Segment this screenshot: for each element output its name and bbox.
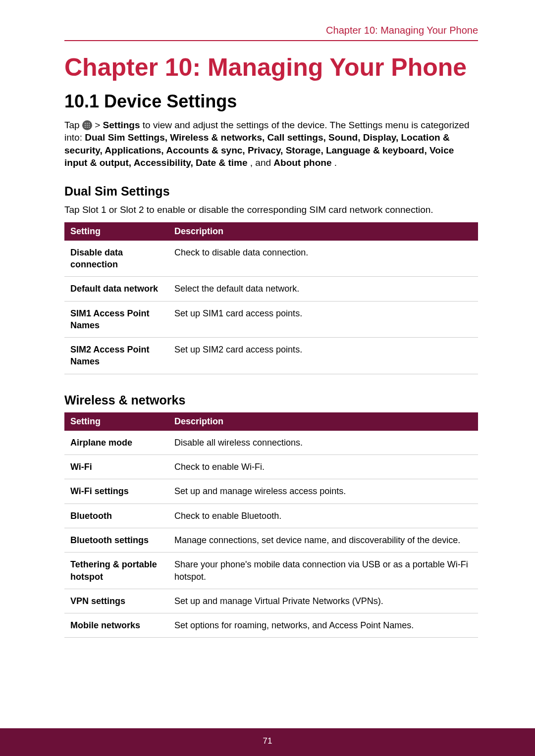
desc-cell: Set up SIM1 card access points. [168, 301, 478, 338]
table-row: Mobile networks Set options for roaming,… [64, 613, 478, 638]
table-row: SIM1 Access Point Names Set up SIM1 card… [64, 301, 478, 338]
setting-cell: Mobile networks [64, 613, 168, 638]
desc-cell: Disable all wireless connections. [168, 431, 478, 455]
dual-sim-desc: Tap Slot 1 or Slot 2 to enable or disabl… [64, 203, 478, 216]
intro-period: . [334, 157, 337, 168]
dual-sim-heading: Dual Sim Settings [64, 184, 478, 199]
table-row: Wi-Fi settings Set up and manage wireles… [64, 479, 478, 504]
setting-cell: VPN settings [64, 589, 168, 613]
table-row: Disable data connection Check to disable… [64, 241, 478, 277]
table-header-setting: Setting [64, 222, 168, 241]
setting-cell: Disable data connection [64, 241, 168, 277]
intro-paragraph: Tap > Settings to view and adjust the se… [64, 119, 478, 170]
about-phone-label: About phone [273, 157, 331, 168]
desc-cell: Set up SIM2 card access points. [168, 338, 478, 374]
desc-cell: Set up and manage wireless access points… [168, 479, 478, 504]
table-row: Bluetooth settings Manage connections, s… [64, 528, 478, 552]
page-footer: 71 [0, 728, 535, 756]
wireless-heading: Wireless & networks [64, 393, 478, 407]
table-row: Airplane mode Disable all wireless conne… [64, 431, 478, 455]
setting-cell: Tethering & portable hotspot [64, 553, 168, 589]
setting-cell: Airplane mode [64, 431, 168, 455]
table-row: Bluetooth Check to enable Bluetooth. [64, 504, 478, 528]
setting-cell: SIM2 Access Point Names [64, 338, 168, 374]
desc-cell: Set up and manage Virtual Private Networ… [168, 589, 478, 613]
page-number: 71 [263, 736, 272, 746]
desc-cell: Check to enable Wi-Fi. [168, 455, 478, 479]
dual-sim-table: Setting Description Disable data connect… [64, 222, 478, 374]
intro-text-pre: Tap [64, 120, 82, 130]
setting-cell: SIM1 Access Point Names [64, 301, 168, 338]
setting-cell: Wi-Fi settings [64, 479, 168, 504]
intro-and: , and [250, 157, 274, 168]
desc-cell: Set options for roaming, networks, and A… [168, 613, 478, 638]
table-header-description: Description [168, 412, 478, 431]
setting-cell: Wi-Fi [64, 455, 168, 479]
desc-cell: Manage connections, set device name, and… [168, 528, 478, 552]
desc-cell: Select the default data network. [168, 277, 478, 301]
desc-cell: Share your phone's mobile data connectio… [168, 553, 478, 589]
table-header-setting: Setting [64, 412, 168, 431]
section-title: 10.1 Device Settings [64, 91, 478, 112]
running-header: Chapter 10: Managing Your Phone [64, 25, 478, 41]
chapter-title: Chapter 10: Managing Your Phone [64, 53, 478, 82]
table-header-description: Description [168, 222, 478, 241]
desc-cell: Check to disable data connection. [168, 241, 478, 277]
setting-cell: Bluetooth [64, 504, 168, 528]
table-row: Default data network Select the default … [64, 277, 478, 301]
setting-cell: Default data network [64, 277, 168, 301]
setting-cell: Bluetooth settings [64, 528, 168, 552]
breadcrumb-separator: > [95, 120, 103, 130]
settings-label: Settings [103, 120, 140, 130]
table-row: Wi-Fi Check to enable Wi-Fi. [64, 455, 478, 479]
apps-menu-icon [82, 120, 92, 130]
table-row: SIM2 Access Point Names Set up SIM2 card… [64, 338, 478, 374]
table-row: Tethering & portable hotspot Share your … [64, 553, 478, 589]
desc-cell: Check to enable Bluetooth. [168, 504, 478, 528]
wireless-table: Setting Description Airplane mode Disabl… [64, 412, 478, 638]
table-row: VPN settings Set up and manage Virtual P… [64, 589, 478, 613]
